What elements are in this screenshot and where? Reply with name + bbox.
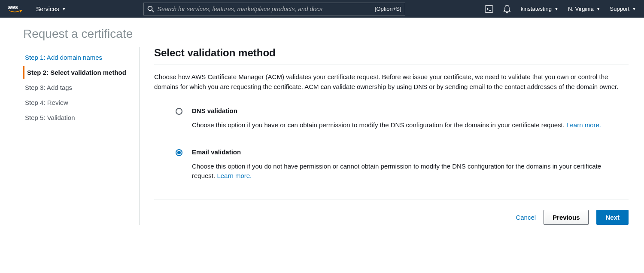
option-title: DNS validation	[192, 107, 607, 114]
aws-logo[interactable]: aws	[8, 4, 24, 14]
account-label: kinstatesting	[521, 6, 552, 12]
cloudshell-icon[interactable]	[485, 5, 493, 13]
caret-down-icon: ▼	[62, 6, 66, 11]
caret-down-icon: ▼	[632, 6, 636, 11]
search-shortcut: [Option+S]	[375, 6, 401, 12]
caret-down-icon: ▼	[596, 6, 601, 11]
svg-point-1	[148, 6, 152, 10]
svg-rect-3	[485, 6, 493, 12]
section-title: Select validation method	[154, 47, 629, 64]
next-button[interactable]: Next	[596, 210, 629, 225]
validation-option-email[interactable]: Email validation Choose this option if y…	[176, 148, 607, 181]
previous-button[interactable]: Previous	[544, 210, 589, 225]
wizard-step-5[interactable]: Step 5: Validation	[23, 111, 135, 124]
option-description: Choose this option if you do not have pe…	[192, 162, 607, 181]
svg-text:aws: aws	[8, 4, 18, 10]
search-icon	[147, 6, 154, 12]
page-title: Request a certificate	[23, 27, 629, 41]
option-description: Choose this option if you have or can ob…	[192, 120, 607, 130]
svg-line-2	[152, 10, 154, 12]
services-menu[interactable]: Services ▼	[36, 6, 66, 12]
global-search[interactable]: Search for services, features, marketpla…	[143, 3, 405, 15]
wizard-step-4[interactable]: Step 4: Review	[23, 96, 135, 109]
wizard-step-1[interactable]: Step 1: Add domain names	[23, 51, 135, 64]
learn-more-link[interactable]: Learn more.	[566, 121, 601, 129]
radio-dns[interactable]	[176, 108, 183, 115]
wizard-step-2[interactable]: Step 2: Select validation method	[23, 66, 135, 79]
option-title: Email validation	[192, 148, 607, 156]
region-menu[interactable]: N. Virginia ▼	[568, 6, 601, 12]
wizard-steps: Step 1: Add domain names Step 2: Select …	[23, 47, 139, 225]
notifications-icon[interactable]	[503, 5, 511, 13]
cancel-button[interactable]: Cancel	[516, 214, 536, 221]
region-label: N. Virginia	[568, 6, 594, 12]
wizard-step-3[interactable]: Step 3: Add tags	[23, 81, 135, 94]
search-placeholder: Search for services, features, marketpla…	[158, 6, 371, 12]
support-menu[interactable]: Support ▼	[610, 6, 636, 12]
services-label: Services	[36, 6, 59, 12]
validation-option-dns[interactable]: DNS validation Choose this option if you…	[176, 107, 607, 130]
support-label: Support	[610, 6, 630, 12]
learn-more-link[interactable]: Learn more.	[217, 172, 252, 179]
account-menu[interactable]: kinstatesting ▼	[521, 6, 559, 12]
radio-email[interactable]	[176, 149, 183, 156]
top-nav: aws Services ▼ Search for services, feat…	[0, 0, 644, 18]
caret-down-icon: ▼	[554, 6, 559, 11]
section-description: Choose how AWS Certificate Manager (ACM)…	[154, 72, 629, 92]
